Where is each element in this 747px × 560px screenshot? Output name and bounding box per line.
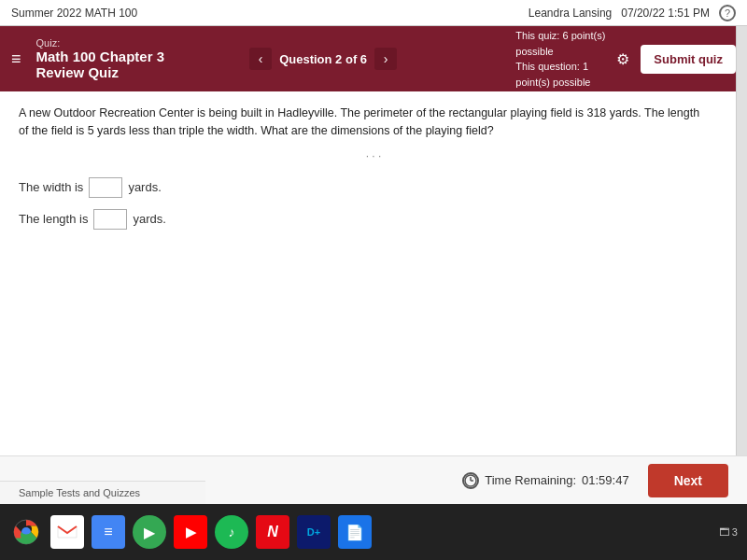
length-label: The length is [19, 212, 88, 226]
this-question-label: This question: 1 [515, 59, 605, 75]
next-question-button[interactable]: › [374, 48, 397, 70]
quiz-points-label: This quiz: 6 point(s) [515, 28, 605, 44]
taskbar-right: 🗔 3 [719, 526, 738, 538]
right-sidebar-strip [736, 26, 747, 455]
chrome-icon[interactable] [9, 515, 43, 549]
this-question-possible: point(s) possible [515, 75, 605, 91]
length-input[interactable] [93, 209, 127, 230]
quiz-label: Quiz: [36, 37, 186, 49]
docs-icon[interactable]: ≡ [92, 515, 125, 549]
user-info: Leandra Lansing 07/20/22 1:51 PM ? [529, 5, 736, 21]
taskbar: ≡ ▶ ▶ ♪ N D+ 📄 🗔 3 [0, 504, 747, 560]
settings-icon[interactable]: ⚙ [616, 50, 629, 68]
length-answer-row: The length is yards. [19, 209, 728, 230]
time-remaining: Time Remaining: 01:59:47 [462, 472, 628, 489]
ellipsis-bar: · · · [19, 149, 728, 162]
width-answer-row: The width is yards. [19, 177, 728, 198]
clock-icon [462, 472, 479, 489]
quiz-points-possible: possible [515, 44, 605, 60]
question-indicator: Question 2 of 6 [279, 52, 367, 66]
disneyplus-icon[interactable]: D+ [297, 515, 331, 549]
googledocs-icon[interactable]: 📄 [338, 515, 372, 549]
time-label: Time Remaining: [485, 473, 576, 487]
length-unit: yards. [133, 212, 165, 226]
question-text: A new Outdoor Recreation Center is being… [19, 105, 728, 140]
sample-tests-bar[interactable]: Sample Tests and Quizzes [0, 481, 205, 504]
width-label: The width is [19, 180, 83, 194]
question-nav: ‹ Question 2 of 6 › [249, 48, 397, 70]
width-input[interactable] [89, 177, 122, 198]
help-icon[interactable]: ? [719, 5, 736, 21]
datetime: 07/20/22 1:51 PM [621, 7, 710, 20]
gmail-icon[interactable] [50, 515, 84, 549]
taskbar-time: 🗔 3 [719, 526, 738, 538]
width-unit: yards. [128, 180, 161, 194]
spotify-icon[interactable]: ♪ [215, 515, 248, 549]
netflix-icon[interactable]: N [256, 515, 289, 549]
quiz-header: ≡ Quiz: Math 100 Chapter 3Review Quiz ‹ … [0, 26, 747, 91]
quiz-title-block: Quiz: Math 100 Chapter 3Review Quiz [36, 37, 186, 80]
username: Leandra Lansing [529, 7, 612, 20]
quiz-name: Math 100 Chapter 3Review Quiz [36, 49, 186, 80]
play-icon[interactable]: ▶ [133, 515, 166, 549]
hamburger-menu-icon[interactable]: ≡ [11, 49, 21, 69]
time-value: 01:59:47 [582, 473, 629, 487]
main-content: A new Outdoor Recreation Center is being… [0, 91, 747, 455]
quiz-points-info: This quiz: 6 point(s) possible This ques… [515, 28, 605, 90]
prev-question-button[interactable]: ‹ [249, 48, 272, 70]
top-bar: Summer 2022 MATH 100 Leandra Lansing 07/… [0, 0, 747, 26]
next-button[interactable]: Next [648, 464, 728, 497]
course-title: Summer 2022 MATH 100 [11, 7, 137, 20]
submit-quiz-button[interactable]: Submit quiz [641, 45, 736, 74]
youtube-icon[interactable]: ▶ [174, 515, 207, 549]
quiz-info-right: This quiz: 6 point(s) possible This ques… [515, 28, 736, 90]
